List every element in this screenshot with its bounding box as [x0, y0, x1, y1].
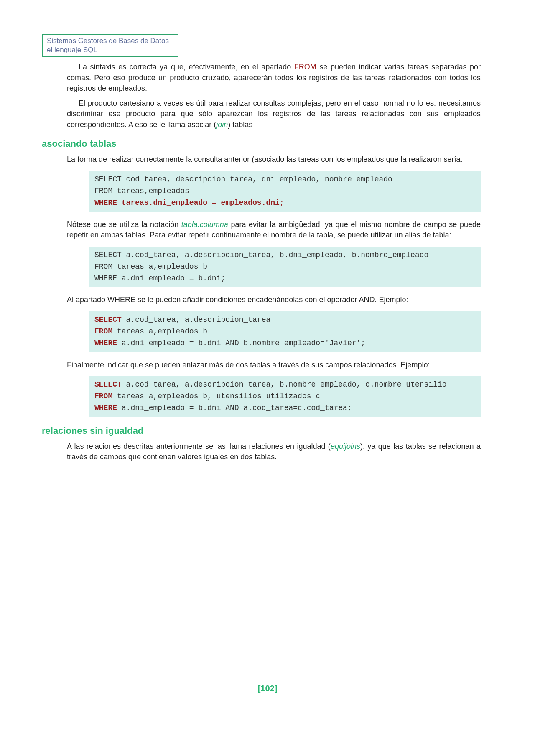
section-heading-asociando: asociando tablas — [42, 138, 481, 149]
code-text: a.cod_tarea, a.descripcion_tarea — [122, 316, 270, 324]
keyword-tabla-columna: tabla.columna — [181, 220, 228, 229]
keyword-from: FROM — [294, 63, 316, 71]
text: Nótese que se utiliza la notación — [67, 220, 181, 229]
code-text: a.dni_empleado = b.dni AND b.nombre_empl… — [117, 339, 365, 347]
keyword-where: WHERE — [94, 404, 117, 412]
page-number: [102] — [0, 684, 535, 693]
code-block-3: SELECT a.cod_tarea, a.descripcion_tarea … — [89, 311, 481, 352]
code-text: tareas a,empleados b, utensilios_utiliza… — [112, 392, 320, 400]
keyword-from: FROM — [94, 392, 112, 400]
paragraph-2: El producto cartesiano a veces es útil p… — [67, 98, 481, 130]
page-header: Sistemas Gestores de Bases de Datos el l… — [42, 34, 178, 57]
code-line: WHERE a.dni_empleado = b.dni AND a.cod_t… — [94, 402, 476, 414]
text: ) tablas — [228, 120, 252, 129]
keyword-from: FROM — [94, 327, 112, 336]
paragraph-3: La forma de realizar correctamente la co… — [67, 154, 481, 165]
code-line: SELECT cod_tarea, descripcion_tarea, dni… — [94, 174, 476, 186]
keyword-equijoins: equijoins — [331, 442, 360, 451]
code-block-1: SELECT cod_tarea, descripcion_tarea, dni… — [89, 171, 481, 212]
code-text: a.dni_empleado = b.dni AND a.cod_tarea=c… — [117, 404, 352, 412]
code-line-strong: WHERE tareas.dni_empleado = empleados.dn… — [94, 197, 476, 209]
code-line: FROM tareas,empleados — [94, 186, 476, 197]
code-line: SELECT a.cod_tarea, a.descripcion_tarea,… — [94, 379, 476, 391]
paragraph-4: Nótese que se utiliza la notación tabla.… — [67, 219, 481, 241]
text: El producto cartesiano a veces es útil p… — [67, 99, 481, 129]
code-block-2: SELECT a.cod_tarea, a.descripcion_tarea,… — [89, 247, 481, 288]
header-line-1: Sistemas Gestores de Bases de Datos — [47, 36, 174, 46]
code-line: FROM tareas a,empleados b — [94, 326, 476, 338]
code-line: FROM tareas a,empleados b — [94, 261, 476, 273]
paragraph-7: A las relaciones descritas anteriormente… — [67, 441, 481, 463]
paragraph-6: Finalmente indicar que se pueden enlazar… — [67, 360, 481, 371]
code-line: FROM tareas a,empleados b, utensilios_ut… — [94, 391, 476, 402]
paragraph-5: Al apartado WHERE se le pueden añadir co… — [67, 295, 481, 305]
code-text: tareas a,empleados b — [112, 327, 207, 336]
text: A las relaciones descritas anteriormente… — [67, 442, 331, 451]
code-line: WHERE a.dni_empleado = b.dni; — [94, 273, 476, 285]
keyword-select: SELECT — [94, 316, 122, 324]
code-line: WHERE a.dni_empleado = b.dni AND b.nombr… — [94, 338, 476, 349]
content-area: La sintaxis es correcta ya que, efectiva… — [67, 62, 481, 463]
document-page: Sistemas Gestores de Bases de Datos el l… — [0, 0, 535, 756]
code-line: SELECT a.cod_tarea, a.descripcion_tarea,… — [94, 249, 476, 261]
header-line-2: el lenguaje SQL — [47, 46, 174, 55]
keyword-join: join — [216, 120, 228, 129]
text: La sintaxis es correcta ya que, efectiva… — [79, 63, 294, 71]
code-line: SELECT a.cod_tarea, a.descripcion_tarea — [94, 314, 476, 326]
code-block-4: SELECT a.cod_tarea, a.descripcion_tarea,… — [89, 376, 481, 417]
paragraph-1: La sintaxis es correcta ya que, efectiva… — [67, 62, 481, 94]
keyword-where: WHERE — [94, 339, 117, 347]
section-heading-relaciones: relaciones sin igualdad — [42, 425, 481, 436]
keyword-select: SELECT — [94, 380, 122, 389]
code-text: a.cod_tarea, a.descripcion_tarea, b.nomb… — [122, 380, 447, 389]
